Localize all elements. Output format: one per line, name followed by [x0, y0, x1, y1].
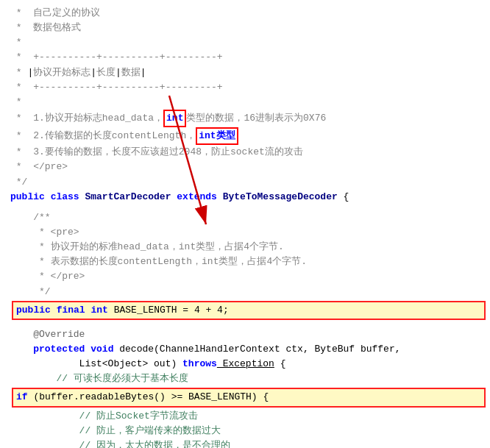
blank-line: [7, 205, 490, 210]
line-method-sig1: protected void decode(ChannelHandlerCont…: [7, 342, 490, 357]
blank-line2: [7, 321, 490, 327]
table-sep: |: [90, 65, 96, 80]
line-comment-blank: *: [7, 95, 490, 110]
space: [45, 190, 51, 205]
if-statement-line: if (buffer.readableBytes() >= BASE_LENGT…: [12, 388, 486, 407]
code-comment: // 可读长度必须大于基本长度: [10, 371, 188, 386]
space: [171, 190, 177, 205]
line-class-decl: public class SmartCarDecoder extends Byt…: [7, 190, 490, 205]
line-comment-int2: * 2.传输数据的长度contentLength，int类型: [7, 127, 490, 145]
base-length-line: public final int BASE_LENGTH = 4 + 4;: [12, 301, 486, 320]
comment-text: * 自己定义的协议: [10, 6, 100, 21]
keyword-public: public: [10, 190, 45, 205]
line-comment-5: * </pre>: [7, 160, 490, 174]
exception-text: Exception: [217, 357, 274, 371]
line-comment-int1: * 1.协议开始标志head_data，int类型的数据，16进制表示为0X76: [7, 110, 490, 127]
table-sep: |: [141, 65, 146, 80]
comment-text: *: [10, 269, 51, 284]
comment-text: * +----------+----------+---------+: [10, 50, 223, 65]
classname-smartcar: SmartCarDecoder: [85, 190, 171, 205]
line-comment-4: * 3.要传输的数据，长度不应该超过2048，防止socket流的攻击: [7, 145, 490, 160]
if-text: (buffer.readableBytes() >= BASE_LENGTH) …: [33, 391, 269, 402]
line-comment-end: */: [7, 175, 490, 190]
comment-text: * <pre>: [10, 225, 79, 240]
comment-text: * 协议开始的标准head_data，int类型，占据4个字节.: [10, 240, 284, 255]
line-javadoc-3: * 协议开始的标准head_data，int类型，占据4个字节.: [7, 240, 490, 255]
table-sep: |: [27, 65, 33, 80]
line-comment-1: * 自己定义的协议: [7, 6, 490, 21]
method-text2: List<Object> out): [10, 357, 182, 371]
line-method-sig2: List<Object> out) throws Exception {: [7, 357, 490, 371]
code-container: * 自己定义的协议 * 数据包格式 * * +----------+------…: [0, 0, 490, 448]
keyword-if: if: [16, 391, 28, 402]
method-text: decode(ChannelHandlerContext ctx, ByteBu…: [113, 342, 400, 357]
line-javadoc-1: /**: [7, 210, 490, 225]
line-table-header: * |协议开始标志| 长度 | 数据 |: [7, 65, 490, 80]
line-method-comment1: // 可读长度必须大于基本长度: [7, 371, 490, 386]
comment-text: *: [10, 65, 27, 80]
comment-text: * +----------+----------+---------+: [10, 80, 223, 95]
comment-text: * </pre>: [10, 160, 68, 174]
line-javadoc-end: */: [7, 285, 490, 299]
comment-text: * 表示数据的长度contentLength，int类型，占据4个字节.: [10, 255, 307, 269]
code-comment: // 防止，客户端传来的数据过大: [10, 424, 221, 438]
keyword-void: void: [90, 342, 113, 357]
keyword-class: class: [51, 190, 79, 205]
brace-open: {: [338, 190, 349, 205]
code-comment: // 防止Socket字节流攻击: [10, 409, 198, 424]
line-javadoc-5: * </pre>: [7, 269, 490, 284]
comment-text: */: [10, 175, 27, 190]
code-comment: // 因为，太大的数据，是不合理的: [10, 438, 230, 448]
line-table-border-bot: * +----------+----------+---------+: [7, 80, 490, 95]
keyword-throws: throws: [182, 357, 217, 371]
comment-text: * 2.传输数据的长度contentLength，: [10, 129, 196, 143]
code-area: * 自己定义的协议 * 数据包格式 * * +----------+------…: [0, 0, 490, 448]
inline-keyword-int2: int类型: [196, 127, 238, 145]
field-name: BASE_LENGTH = 4 + 4;: [114, 305, 229, 316]
brace: {: [274, 357, 286, 371]
keyword-extends: extends: [177, 190, 217, 205]
line-javadoc-4: * 表示数据的长度contentLength，int类型，占据4个字节.: [7, 255, 490, 269]
space: [85, 342, 90, 357]
comment-text: *: [10, 95, 22, 110]
comment-text: * 数据包格式: [10, 21, 81, 35]
keyword-int: int: [90, 305, 107, 316]
space: [217, 190, 223, 205]
comment-text: 长度: [96, 65, 116, 80]
comment-text: </pre>: [51, 269, 85, 284]
line-comment-2: * 数据包格式: [7, 21, 490, 35]
line-inner-comment3: // 因为，太大的数据，是不合理的: [7, 438, 490, 448]
comment-text: /**: [10, 210, 51, 225]
comment-text: * 1.协议开始标志head_data，: [10, 111, 163, 126]
comment-text: 类型的数据，16进制表示为0X76: [186, 111, 326, 126]
comment-text: * 3.要传输的数据，长度不应该超过2048，防止socket流的攻击: [10, 145, 303, 160]
line-inner-comment1: // 防止Socket字节流攻击: [7, 409, 490, 424]
line-table-border-top: * +----------+----------+---------+: [7, 50, 490, 65]
line-inner-comment2: // 防止，客户端传来的数据过大: [7, 424, 490, 438]
classname-parent: ByteToMessageDecoder: [223, 190, 338, 205]
line-comment-3: *: [7, 35, 490, 50]
line-javadoc-2: * <pre>: [7, 225, 490, 240]
comment-text: 协议开始标志: [33, 65, 90, 80]
comment-text: 数据: [121, 65, 141, 80]
keyword-protected: protected: [10, 342, 85, 357]
annotation-text: @Override: [10, 327, 85, 342]
inline-keyword-int: int: [163, 110, 186, 127]
keyword-final: final: [57, 305, 85, 316]
comment-text: */: [10, 285, 51, 299]
comment-text: *: [10, 35, 22, 50]
line-override: @Override: [7, 327, 490, 342]
keyword-public2: public: [16, 305, 51, 316]
table-sep: |: [116, 65, 121, 80]
space: [79, 190, 85, 205]
